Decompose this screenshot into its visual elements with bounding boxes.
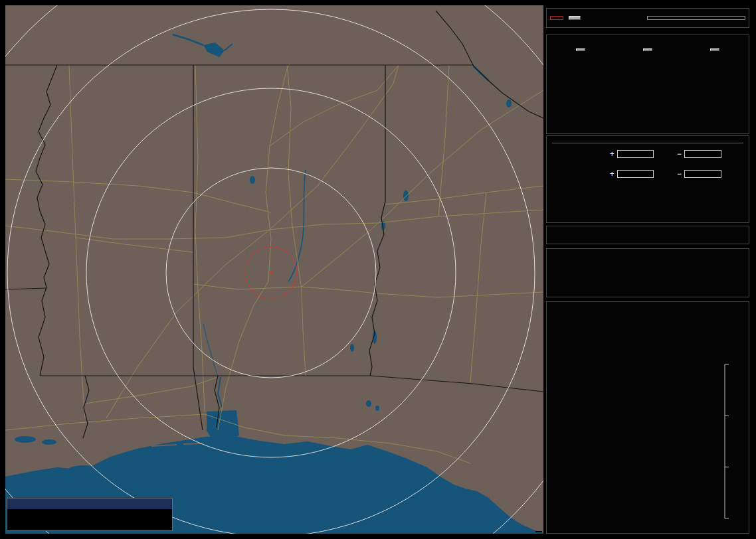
minus-sign: −	[676, 149, 683, 159]
plus-sign: +	[609, 149, 616, 159]
minus-sign: −	[676, 169, 683, 179]
map-canvas	[5, 5, 543, 534]
mobile-bay	[207, 410, 239, 442]
strikes-per-min-button[interactable]	[576, 48, 585, 51]
plus-sign: +	[609, 169, 616, 179]
cg-plus-bar	[617, 150, 654, 158]
trend-y-axis	[725, 364, 729, 518]
rate-counters	[546, 35, 749, 134]
lightning-distribution: + − + −	[546, 135, 749, 223]
legend-old-row	[7, 520, 172, 530]
mode-toolbar	[546, 8, 749, 28]
trend-chart	[548, 359, 749, 533]
intracloud-row: + −	[552, 169, 743, 179]
status-panel: + − + −	[546, 5, 751, 534]
noise-mode-button[interactable]	[569, 16, 581, 20]
legend-recent-row	[7, 509, 172, 520]
app-window: + − + −	[0, 0, 756, 539]
datetime-box	[546, 226, 749, 244]
receiver-status-box	[546, 248, 749, 297]
ic-minus-bar	[684, 170, 721, 178]
distribution-title	[552, 140, 743, 143]
session-info-box	[546, 301, 749, 534]
ic-plus-bar	[617, 170, 654, 178]
copyright-notice	[535, 531, 542, 532]
strikes-per-min-block	[547, 35, 614, 133]
bearing-readout	[647, 16, 745, 20]
noises-per-min-button[interactable]	[710, 48, 719, 51]
close-per-min-button[interactable]	[643, 48, 652, 51]
lightning-map[interactable]	[5, 5, 543, 534]
close-per-min-block	[614, 35, 681, 133]
cg-minus-bar	[684, 150, 721, 158]
strike-mode-button[interactable]	[550, 16, 563, 20]
legend-header	[7, 499, 172, 509]
noises-per-min-block	[682, 35, 749, 133]
strike-legend	[7, 498, 173, 531]
cloud-ground-row: + −	[552, 149, 743, 159]
trend-chart-canvas	[548, 359, 749, 533]
